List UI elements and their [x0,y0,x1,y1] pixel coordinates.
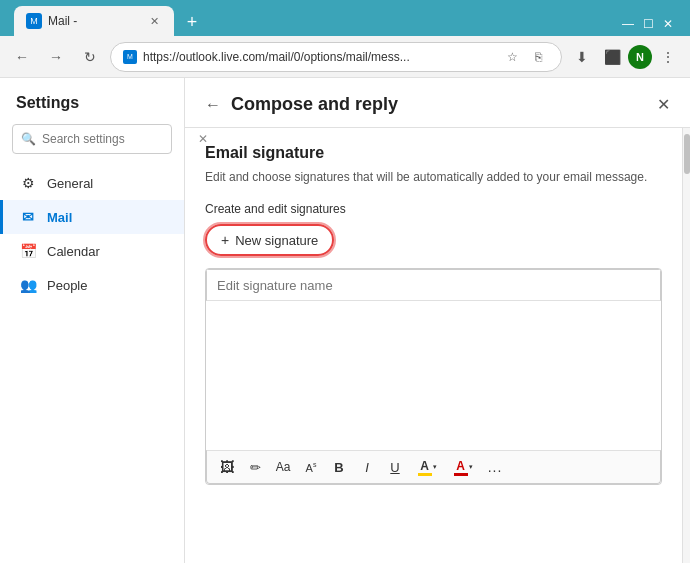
font-color-button[interactable]: A ▾ [447,455,479,479]
sidebar-item-general-label: General [47,176,93,191]
signature-content-area[interactable] [206,305,661,450]
font-size-button[interactable]: Aa [271,455,295,479]
more-options-button[interactable]: ... [483,455,507,479]
new-signature-button[interactable]: + New signature [205,224,334,256]
address-actions: ☆ ⎘ [501,46,549,68]
browser-action-buttons: ⬇ ⬛ N ⋮ [568,43,682,71]
scroll-thumb[interactable] [684,134,690,174]
more-icon: ... [488,459,503,475]
signature-toolbar: 🖼 ✏ Aa As B [206,450,661,484]
panel-title-row: ← Compose and reply [205,94,398,115]
minimize-button[interactable]: — [620,16,636,32]
bold-icon: B [334,460,343,475]
sidebar-item-people[interactable]: 👥 People [0,268,184,302]
panel-close-button[interactable]: ✕ [657,95,670,114]
new-tab-button[interactable]: + [178,8,206,36]
address-url: https://outlook.live.com/mail/0/options/… [143,50,495,64]
search-settings-field[interactable]: 🔍 ✕ [12,124,172,154]
panel-body: Email signature Edit and choose signatur… [185,128,682,563]
highlight-icon: A [418,459,432,476]
italic-button[interactable]: I [355,455,379,479]
download-button[interactable]: ⬇ [568,43,596,71]
new-signature-label: New signature [235,233,318,248]
people-icon: 👥 [19,276,37,294]
address-favicon: M [123,50,137,64]
eraser-button[interactable]: ✏ [243,455,267,479]
signature-name-input[interactable] [206,269,661,301]
panel-header: ← Compose and reply ✕ [185,78,690,128]
create-edit-label: Create and edit signatures [205,202,662,216]
superscript-icon: As [306,461,317,474]
sidebar-item-general[interactable]: ⚙ General [0,166,184,200]
sidebar-item-mail[interactable]: ✉ Mail [0,200,184,234]
search-icon: 🔍 [21,132,36,146]
calendar-icon: 📅 [19,242,37,260]
italic-icon: I [365,460,369,475]
bold-button[interactable]: B [327,455,351,479]
highlight-button[interactable]: A ▾ [411,455,443,479]
browser-menu-button[interactable]: ⋮ [654,43,682,71]
insert-image-button[interactable]: 🖼 [215,455,239,479]
refresh-button[interactable]: ↻ [76,43,104,71]
address-bar: M https://outlook.live.com/mail/0/option… [110,42,562,72]
sidebar-item-calendar-label: Calendar [47,244,100,259]
sidebar-item-people-label: People [47,278,87,293]
font-size-icon: Aa [276,460,291,474]
sidebar-item-mail-label: Mail [47,210,72,225]
general-icon: ⚙ [19,174,37,192]
extensions-button[interactable]: ⬛ [598,43,626,71]
section-description: Edit and choose signatures that will be … [205,168,662,186]
bookmark-button[interactable]: ☆ [501,46,523,68]
mail-icon: ✉ [19,208,37,226]
plus-icon: + [221,232,229,248]
font-color-chevron-icon: ▾ [469,463,473,471]
signature-editor-wrapper: 🖼 ✏ Aa As B [205,268,662,485]
forward-button[interactable]: → [42,43,70,71]
browser-tab[interactable]: M Mail - ✕ [14,6,174,36]
font-color-icon: A [454,459,468,476]
panel-back-button[interactable]: ← [205,96,221,114]
panel-title: Compose and reply [231,94,398,115]
main-content: ← Compose and reply ✕ Email signature Ed… [185,78,690,563]
sidebar-item-calendar[interactable]: 📅 Calendar [0,234,184,268]
sidebar-title: Settings [0,94,184,124]
superscript-button[interactable]: As [299,455,323,479]
tab-favicon: M [26,13,42,29]
tab-close-button[interactable]: ✕ [146,13,162,29]
back-button[interactable]: ← [8,43,36,71]
copy-url-button[interactable]: ⎘ [527,46,549,68]
search-settings-input[interactable] [42,132,192,146]
window-close-button[interactable]: ✕ [660,16,676,32]
eraser-icon: ✏ [250,460,261,475]
image-icon: 🖼 [220,459,234,475]
scrollbar[interactable] [682,128,690,563]
highlight-chevron-icon: ▾ [433,463,437,471]
profile-badge[interactable]: N [628,45,652,69]
tab-label: Mail - [48,14,77,28]
underline-icon: U [390,460,399,475]
section-title: Email signature [205,144,662,162]
settings-sidebar: Settings 🔍 ✕ ⚙ General ✉ Mail 📅 Calendar… [0,78,185,563]
underline-button[interactable]: U [383,455,407,479]
maximize-button[interactable]: ☐ [640,16,656,32]
